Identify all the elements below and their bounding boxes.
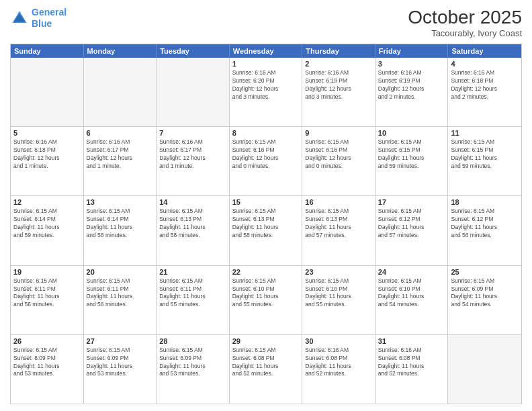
day-number: 13 [87, 198, 154, 206]
day-number: 5 [13, 129, 81, 137]
day-number: 15 [232, 198, 300, 206]
day-info: Sunrise: 6:15 AM Sunset: 6:11 PM Dayligh… [159, 277, 226, 310]
week-3: 12Sunrise: 6:15 AM Sunset: 6:14 PM Dayli… [11, 196, 521, 265]
day-info: Sunrise: 6:15 AM Sunset: 6:11 PM Dayligh… [13, 277, 81, 310]
week-2: 5Sunrise: 6:16 AM Sunset: 6:18 PM Daylig… [11, 127, 521, 196]
day-info: Sunrise: 6:15 AM Sunset: 6:13 PM Dayligh… [159, 208, 226, 240]
logo-line2: Blue [32, 18, 52, 29]
day-number: 12 [13, 198, 81, 206]
header-wednesday: Wednesday [230, 44, 303, 58]
location-title: Tacourably, Ivory Coast [408, 28, 522, 38]
day-number: 24 [378, 268, 445, 276]
day-info: Sunrise: 6:15 AM Sunset: 6:09 PM Dayligh… [451, 277, 519, 310]
day-number: 26 [13, 337, 81, 345]
table-row: 7Sunrise: 6:16 AM Sunset: 6:17 PM Daylig… [157, 127, 230, 195]
calendar-body: 1Sunrise: 6:16 AM Sunset: 6:20 PM Daylig… [11, 58, 521, 404]
day-info: Sunrise: 6:15 AM Sunset: 6:16 PM Dayligh… [232, 138, 300, 171]
table-row: 4Sunrise: 6:16 AM Sunset: 6:18 PM Daylig… [448, 58, 521, 126]
day-info: Sunrise: 6:16 AM Sunset: 6:17 PM Dayligh… [87, 138, 154, 171]
table-row: 2Sunrise: 6:16 AM Sunset: 6:19 PM Daylig… [302, 58, 375, 126]
day-number: 20 [87, 268, 154, 276]
calendar-header: Sunday Monday Tuesday Wednesday Thursday… [11, 44, 521, 58]
day-number: 25 [451, 268, 519, 276]
day-info: Sunrise: 6:15 AM Sunset: 6:10 PM Dayligh… [232, 277, 300, 310]
logo-line1: General [32, 7, 66, 17]
day-info: Sunrise: 6:15 AM Sunset: 6:13 PM Dayligh… [232, 208, 300, 240]
day-number: 4 [451, 60, 519, 68]
day-info: Sunrise: 6:16 AM Sunset: 6:18 PM Dayligh… [13, 138, 81, 171]
day-info: Sunrise: 6:16 AM Sunset: 6:19 PM Dayligh… [305, 69, 372, 101]
day-number: 21 [159, 268, 226, 276]
table-row: 8Sunrise: 6:15 AM Sunset: 6:16 PM Daylig… [230, 127, 303, 195]
day-info: Sunrise: 6:15 AM Sunset: 6:09 PM Dayligh… [87, 347, 154, 379]
table-row: 18Sunrise: 6:15 AM Sunset: 6:12 PM Dayli… [448, 196, 521, 265]
table-row: 28Sunrise: 6:15 AM Sunset: 6:09 PM Dayli… [157, 335, 230, 404]
table-row: 3Sunrise: 6:16 AM Sunset: 6:19 PM Daylig… [375, 58, 449, 126]
table-row: 6Sunrise: 6:16 AM Sunset: 6:17 PM Daylig… [84, 127, 157, 195]
table-row: 9Sunrise: 6:15 AM Sunset: 6:16 PM Daylig… [302, 127, 375, 195]
table-row: 14Sunrise: 6:15 AM Sunset: 6:13 PM Dayli… [157, 196, 230, 265]
table-row: 22Sunrise: 6:15 AM Sunset: 6:10 PM Dayli… [230, 266, 303, 334]
day-info: Sunrise: 6:15 AM Sunset: 6:10 PM Dayligh… [378, 277, 445, 310]
day-info: Sunrise: 6:16 AM Sunset: 6:19 PM Dayligh… [378, 69, 445, 101]
day-info: Sunrise: 6:15 AM Sunset: 6:12 PM Dayligh… [378, 208, 445, 240]
table-row [448, 335, 521, 404]
calendar: Sunday Monday Tuesday Wednesday Thursday… [10, 44, 522, 404]
header-friday: Friday [375, 44, 449, 58]
day-number: 3 [378, 60, 445, 68]
table-row [157, 58, 230, 126]
table-row: 30Sunrise: 6:16 AM Sunset: 6:08 PM Dayli… [302, 335, 375, 404]
day-info: Sunrise: 6:15 AM Sunset: 6:09 PM Dayligh… [13, 347, 81, 379]
table-row: 29Sunrise: 6:15 AM Sunset: 6:08 PM Dayli… [230, 335, 303, 404]
table-row: 21Sunrise: 6:15 AM Sunset: 6:11 PM Dayli… [157, 266, 230, 334]
table-row: 5Sunrise: 6:16 AM Sunset: 6:18 PM Daylig… [11, 127, 84, 195]
header-thursday: Thursday [302, 44, 375, 58]
day-number: 9 [305, 129, 372, 137]
table-row: 24Sunrise: 6:15 AM Sunset: 6:10 PM Dayli… [375, 266, 449, 334]
day-number: 11 [451, 129, 519, 137]
day-info: Sunrise: 6:15 AM Sunset: 6:15 PM Dayligh… [451, 138, 519, 171]
day-number: 6 [87, 129, 154, 137]
logo: General Blue [10, 7, 66, 30]
table-row: 16Sunrise: 6:15 AM Sunset: 6:13 PM Dayli… [302, 196, 375, 265]
logo-icon [10, 9, 29, 28]
day-number: 19 [13, 268, 81, 276]
table-row: 12Sunrise: 6:15 AM Sunset: 6:14 PM Dayli… [11, 196, 84, 265]
table-row: 15Sunrise: 6:15 AM Sunset: 6:13 PM Dayli… [230, 196, 303, 265]
day-number: 8 [232, 129, 300, 137]
table-row: 19Sunrise: 6:15 AM Sunset: 6:11 PM Dayli… [11, 266, 84, 334]
header-sunday: Sunday [11, 44, 84, 58]
table-row: 26Sunrise: 6:15 AM Sunset: 6:09 PM Dayli… [11, 335, 84, 404]
day-number: 23 [305, 268, 372, 276]
day-number: 10 [378, 129, 445, 137]
day-info: Sunrise: 6:15 AM Sunset: 6:12 PM Dayligh… [451, 208, 519, 240]
header-tuesday: Tuesday [157, 44, 230, 58]
table-row: 13Sunrise: 6:15 AM Sunset: 6:14 PM Dayli… [84, 196, 157, 265]
day-info: Sunrise: 6:15 AM Sunset: 6:14 PM Dayligh… [13, 208, 81, 240]
day-number: 27 [87, 337, 154, 345]
table-row: 31Sunrise: 6:16 AM Sunset: 6:08 PM Dayli… [375, 335, 449, 404]
day-number: 30 [305, 337, 372, 345]
table-row: 27Sunrise: 6:15 AM Sunset: 6:09 PM Dayli… [84, 335, 157, 404]
table-row: 17Sunrise: 6:15 AM Sunset: 6:12 PM Dayli… [375, 196, 449, 265]
day-number: 31 [378, 337, 445, 345]
day-number: 18 [451, 198, 519, 206]
day-number: 14 [159, 198, 226, 206]
week-5: 26Sunrise: 6:15 AM Sunset: 6:09 PM Dayli… [11, 335, 521, 404]
table-row: 11Sunrise: 6:15 AM Sunset: 6:15 PM Dayli… [448, 127, 521, 195]
table-row: 1Sunrise: 6:16 AM Sunset: 6:20 PM Daylig… [230, 58, 303, 126]
day-info: Sunrise: 6:16 AM Sunset: 6:17 PM Dayligh… [159, 138, 226, 171]
day-info: Sunrise: 6:15 AM Sunset: 6:10 PM Dayligh… [305, 277, 372, 310]
title-block: October 2025 Tacourably, Ivory Coast [408, 7, 522, 38]
month-title: October 2025 [408, 7, 522, 28]
day-info: Sunrise: 6:15 AM Sunset: 6:14 PM Dayligh… [87, 208, 154, 240]
day-info: Sunrise: 6:15 AM Sunset: 6:09 PM Dayligh… [159, 347, 226, 379]
day-info: Sunrise: 6:15 AM Sunset: 6:15 PM Dayligh… [378, 138, 445, 171]
table-row: 23Sunrise: 6:15 AM Sunset: 6:10 PM Dayli… [302, 266, 375, 334]
table-row [11, 58, 84, 126]
week-4: 19Sunrise: 6:15 AM Sunset: 6:11 PM Dayli… [11, 266, 521, 335]
header-saturday: Saturday [448, 44, 521, 58]
day-info: Sunrise: 6:16 AM Sunset: 6:08 PM Dayligh… [378, 347, 445, 379]
day-info: Sunrise: 6:15 AM Sunset: 6:11 PM Dayligh… [87, 277, 154, 310]
day-info: Sunrise: 6:16 AM Sunset: 6:20 PM Dayligh… [232, 69, 300, 101]
